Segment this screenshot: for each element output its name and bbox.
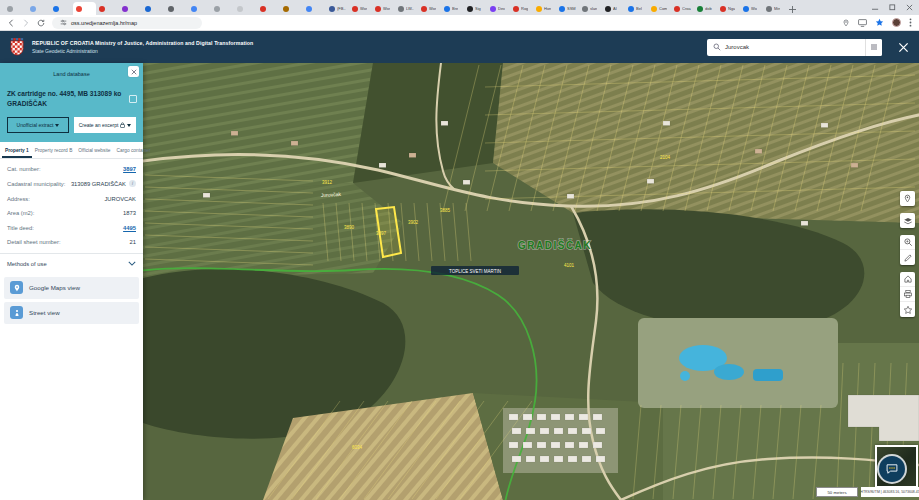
browser-tab[interactable]: Rog — [510, 2, 533, 15]
maximize-icon[interactable] — [889, 4, 896, 11]
tab-label: Bre — [452, 6, 458, 11]
back-icon[interactable] — [7, 19, 15, 27]
browser-tab[interactable]: dob — [694, 2, 717, 15]
browser-tab[interactable] — [73, 2, 96, 15]
panel-tab-official-website[interactable]: Official website — [75, 142, 113, 158]
tab-label: Com — [659, 6, 667, 11]
browser-tab[interactable] — [142, 2, 165, 15]
panel-tab-property-1[interactable]: Property 1 — [2, 142, 32, 158]
browser-tab[interactable]: Sig — [464, 2, 487, 15]
new-tab-button[interactable] — [786, 3, 798, 15]
field-row: Address:JUROVCAK — [7, 191, 136, 206]
chat-button[interactable] — [879, 456, 905, 482]
site-info-icon[interactable] — [60, 19, 67, 26]
browser-tab[interactable]: Min — [763, 2, 786, 15]
unofficial-extract-button[interactable]: Unofficial extract — [7, 117, 69, 133]
ministry-title: REPUBLIC OF CROATIA Ministry of Justice,… — [32, 40, 253, 54]
browser-tab[interactable] — [96, 2, 119, 15]
parcel-number-label: 3912 — [322, 180, 333, 185]
favorites-star-tool-icon[interactable] — [900, 302, 915, 317]
tab-label: Wor — [383, 6, 390, 11]
browser-tab[interactable]: Hon — [533, 2, 556, 15]
browser-tab[interactable] — [280, 2, 303, 15]
browser-tab[interactable]: (FB.. — [326, 2, 349, 15]
browser-tab[interactable] — [4, 2, 27, 15]
map-viewport[interactable]: GRADIŠČAK TOPLICE SVETI MARTIN Jurovčak … — [143, 63, 919, 500]
field-value[interactable]: 4495 — [123, 225, 136, 231]
browser-tab[interactable] — [50, 2, 73, 15]
browser-tab[interactable]: Wor — [372, 2, 395, 15]
parcel-number-label: 3885 — [440, 208, 451, 213]
browser-tab[interactable] — [188, 2, 211, 15]
browser-tab[interactable]: Com — [648, 2, 671, 15]
print-tool-icon[interactable] — [900, 287, 915, 302]
browser-tab[interactable]: slan — [579, 2, 602, 15]
methods-of-use-accordion[interactable]: Methods of use — [0, 254, 143, 274]
info-icon[interactable] — [129, 180, 136, 187]
tab-favicon — [444, 6, 450, 12]
browser-tab[interactable]: AI — [602, 2, 625, 15]
field-value[interactable]: 3897 — [123, 166, 136, 172]
panel-close-button[interactable] — [128, 66, 139, 77]
road-label: Jurovčak — [321, 191, 342, 198]
google-maps-view-button[interactable]: Google Maps view — [4, 277, 139, 299]
zoom-area-tool-icon[interactable] — [900, 235, 915, 250]
minimize-icon[interactable] — [872, 4, 879, 11]
tab-favicon — [398, 6, 404, 12]
home-tool-icon[interactable] — [900, 272, 915, 287]
field-label: Title deed: — [7, 225, 34, 231]
tab-favicon — [7, 6, 13, 12]
toolbar-icons — [842, 18, 912, 27]
browser-tab[interactable] — [27, 2, 50, 15]
tab-favicon — [720, 6, 726, 12]
browser-tab[interactable] — [234, 2, 257, 15]
browser-tab[interactable]: Wo — [740, 2, 763, 15]
panel-buttons: Unofficial extract Create an excerpt — [7, 117, 136, 133]
browser-tab[interactable] — [165, 2, 188, 15]
browser-tab[interactable]: LW.. — [395, 2, 418, 15]
panel-tab-cargo-container[interactable]: Cargo container — [114, 142, 154, 158]
browser-tab[interactable]: SSM — [556, 2, 579, 15]
maplink-label: Google Maps view — [29, 284, 80, 291]
bookmark-star-icon[interactable] — [875, 18, 884, 27]
chevron-down-icon — [55, 124, 59, 127]
browser-menu-icon[interactable] — [909, 18, 912, 27]
property-fields: Cat. number:3897Cadastral municipality:3… — [0, 159, 143, 250]
tab-favicon — [306, 6, 312, 12]
browser-tab[interactable]: Dev — [487, 2, 510, 15]
browser-tab[interactable]: Croa — [671, 2, 694, 15]
create-excerpt-button[interactable]: Create an excerpt — [74, 117, 136, 133]
search-options-button[interactable] — [865, 39, 882, 56]
layers-tool-icon[interactable] — [900, 213, 915, 228]
search-close-icon[interactable] — [898, 42, 909, 53]
install-app-icon[interactable] — [858, 19, 867, 27]
browser-tab-strip: (FB..WorWorLW..WorBreSigDevRogHonSSMslan… — [0, 0, 919, 15]
measure-tool-icon[interactable] — [900, 250, 915, 265]
aerial-map[interactable]: GRADIŠČAK TOPLICE SVETI MARTIN Jurovčak … — [143, 63, 919, 500]
tab-label: Hon — [544, 6, 551, 11]
panel-tab-property-record-b[interactable]: Property record B — [32, 142, 76, 158]
address-bar[interactable]: oss.uredjenazemlja.hr/map — [52, 17, 202, 29]
forward-icon[interactable] — [22, 19, 30, 27]
map-search-box[interactable]: Jurovcak — [707, 39, 882, 56]
browser-tab[interactable] — [211, 2, 234, 15]
reload-icon[interactable] — [37, 19, 45, 27]
browser-tab[interactable]: Bel — [625, 2, 648, 15]
browser-tab[interactable] — [257, 2, 280, 15]
browser-tab[interactable]: Ngu — [717, 2, 740, 15]
browser-tab[interactable] — [119, 2, 142, 15]
land-database-label[interactable]: Land database — [53, 71, 89, 77]
street-view-button[interactable]: Street view — [4, 302, 139, 324]
browser-tab[interactable]: Bre — [441, 2, 464, 15]
location-marker-tool[interactable] — [900, 191, 915, 206]
browser-tab[interactable]: Wor — [349, 2, 372, 15]
browser-tab[interactable] — [303, 2, 326, 15]
browser-tab[interactable]: Wor — [418, 2, 441, 15]
tab-favicon — [122, 6, 128, 12]
property-panel: Land database ZK cartridge no. 4495, MB … — [0, 63, 143, 500]
copy-icon[interactable] — [129, 95, 137, 103]
profile-avatar[interactable] — [892, 18, 901, 27]
location-permission-icon[interactable] — [842, 19, 850, 27]
search-input[interactable]: Jurovcak — [725, 44, 861, 50]
close-window-icon[interactable] — [906, 4, 913, 11]
